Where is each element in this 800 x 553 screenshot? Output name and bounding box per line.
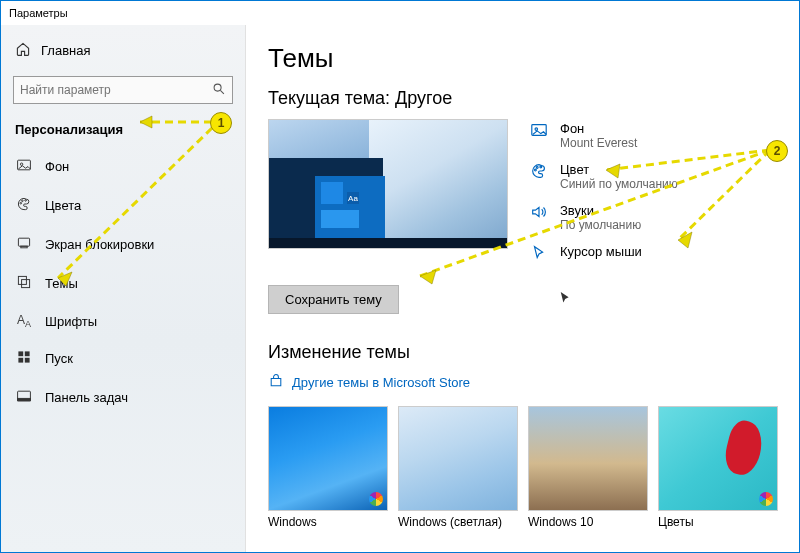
svg-point-0 [214,84,221,91]
svg-rect-7 [18,238,29,246]
theme-thumb [268,406,388,511]
theme-label: Windows (светлая) [398,511,518,529]
sidebar-item-label: Цвета [45,198,81,213]
theme-prop-sounds[interactable]: Звуки По умолчанию [530,203,678,232]
lockscreen-icon [15,235,33,254]
svg-point-18 [535,128,538,131]
store-icon [268,373,284,392]
sidebar-item-label: Панель задач [45,390,128,405]
palette-icon [15,196,33,215]
svg-rect-12 [25,352,30,357]
prop-value: Синий по умолчанию [560,177,678,191]
window-title: Параметры [9,7,68,19]
search-icon [212,82,226,99]
change-theme-heading: Изменение темы [268,342,777,363]
speaker-icon [530,203,550,232]
theme-label: Цветы [658,511,778,529]
sidebar-item-fonts[interactable]: AA Шрифты [13,305,233,337]
svg-point-3 [20,163,22,165]
color-wheel-icon [759,492,773,506]
preview-tile-aa: Aa [347,192,359,204]
sidebar-item-colors[interactable]: Цвета [13,188,233,223]
color-wheel-icon [369,492,383,506]
theme-thumb [398,406,518,511]
svg-rect-11 [18,352,23,357]
palette-icon [530,162,550,191]
home-nav[interactable]: Главная [13,35,233,66]
theme-card-windows10[interactable]: Windows 10 [528,406,648,529]
sidebar-item-start[interactable]: Пуск [13,341,233,376]
theme-thumb [528,406,648,511]
sidebar-item-taskbar[interactable]: Панель задач [13,380,233,415]
theme-label: Windows [268,511,388,529]
search-field[interactable] [20,83,212,97]
home-label: Главная [41,43,90,58]
theme-card-windows-light[interactable]: Windows (светлая) [398,406,518,529]
fonts-icon: AA [15,313,33,329]
save-theme-button[interactable]: Сохранить тему [268,285,399,314]
sidebar: Главная Персонализация Фон Цвета [1,25,246,552]
theme-prop-color[interactable]: Цвет Синий по умолчанию [530,162,678,191]
svg-point-4 [20,202,22,204]
sidebar-item-lockscreen[interactable]: Экран блокировки [13,227,233,262]
search-input[interactable] [13,76,233,104]
theme-prop-cursor[interactable]: Курсор мыши [530,244,678,265]
sidebar-item-label: Фон [45,159,69,174]
main-content: Темы Текущая тема: Другое Aa [246,25,799,552]
svg-line-1 [220,90,224,94]
svg-rect-13 [18,358,23,363]
current-theme-label: Текущая тема: Другое [268,88,777,109]
home-icon [15,41,31,60]
theme-prop-background[interactable]: Фон Mount Everest [530,121,678,150]
cursor-icon [530,244,550,265]
start-icon [15,349,33,368]
section-header-personalization: Персонализация [13,108,233,145]
ms-store-link[interactable]: Другие темы в Microsoft Store [268,373,777,392]
svg-rect-8 [21,246,27,248]
theme-label: Windows 10 [528,511,648,529]
theme-thumb [658,406,778,511]
prop-title: Курсор мыши [560,244,642,259]
store-link-label: Другие темы в Microsoft Store [292,375,470,390]
sidebar-item-label: Экран блокировки [45,237,154,252]
sidebar-item-themes[interactable]: Темы [13,266,233,301]
sidebar-item-label: Шрифты [45,314,97,329]
prop-title: Цвет [560,162,678,177]
svg-point-21 [540,166,542,168]
titlebar: Параметры [1,1,799,25]
svg-rect-10 [22,280,30,288]
taskbar-icon [15,388,33,407]
svg-rect-14 [25,358,30,363]
sidebar-item-label: Темы [45,276,78,291]
themes-icon [15,274,33,293]
svg-point-6 [25,200,27,202]
theme-card-flowers[interactable]: Цветы [658,406,778,529]
prop-title: Фон [560,121,637,136]
theme-card-windows[interactable]: Windows [268,406,388,529]
svg-point-20 [536,167,538,169]
page-title: Темы [268,43,777,74]
svg-point-5 [22,200,24,202]
svg-rect-16 [18,399,31,401]
prop-value: Mount Everest [560,136,637,150]
svg-point-19 [535,169,537,171]
theme-preview: Aa [268,119,508,249]
picture-icon [15,157,33,176]
sidebar-item-label: Пуск [45,351,73,366]
prop-title: Звуки [560,203,641,218]
svg-rect-9 [18,276,26,284]
prop-value: По умолчанию [560,218,641,232]
sidebar-item-background[interactable]: Фон [13,149,233,184]
mouse-cursor-icon [559,291,573,308]
picture-icon [530,121,550,150]
